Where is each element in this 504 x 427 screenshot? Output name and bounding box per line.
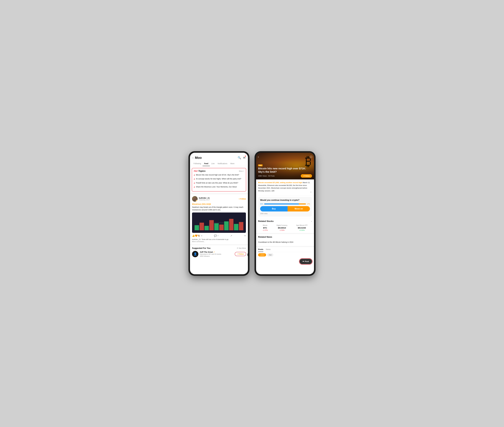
bar-5 (214, 223, 219, 230)
tab-posts[interactable]: Posts (258, 247, 263, 252)
topic-item-4[interactable]: # Share the Moomoo Love: Your Moments, O… (194, 186, 244, 189)
right-phone: ₿ ‹ ⬡ Vote Bitcoin hits new record high … (255, 151, 316, 276)
compose-button[interactable]: ✏ (248, 252, 248, 258)
stock-bk20010-ticker: BK20010 (277, 227, 287, 229)
filter-latest[interactable]: Latest (258, 253, 266, 257)
hash-icon-1: # (194, 174, 195, 177)
stock-bk21030[interactable]: Spot Bitcoin ETF BK21030 +3.93% (296, 224, 308, 231)
share-button[interactable]: ⬡ (310, 155, 312, 159)
stock-bk20010[interactable]: Digital Currency BK20010 -1.53% (277, 224, 287, 231)
poll-votes: 1630 votes (260, 213, 310, 214)
post-actions: 👍🧡🐮 9 💬 7 ↗ ••• (192, 234, 246, 237)
share-group[interactable]: ↗ (230, 234, 232, 237)
mail-notification-dot (245, 156, 246, 157)
topic-text-3: Powell hints at rate cuts this year: Wha… (196, 182, 238, 184)
likes-group[interactable]: 👍🧡🐮 9 (192, 234, 202, 237)
bar-2 (200, 223, 204, 230)
suggested-title: Suggested For You (192, 247, 211, 249)
more-icon: ••• (244, 235, 246, 237)
poll-section: Would you continue investing in crypto? … (258, 197, 312, 217)
poll-bar: 83% 17% (260, 203, 310, 205)
hero-follow-button[interactable]: + Follow (301, 174, 312, 178)
bar-8 (229, 219, 233, 230)
tab-live[interactable]: Live (210, 161, 216, 166)
hero-section: ₿ ‹ ⬡ Vote Bitcoin hits new record high … (256, 153, 314, 179)
stock-bk21030-label: Spot Bitcoin ETF (296, 224, 308, 226)
topic-text-1: Bitcoin hits new record high over $71K: … (196, 174, 239, 176)
related-news-section: Related News Countdown to the 4th Bitcoi… (256, 233, 314, 246)
like-icon: 👍🧡🐮 (192, 234, 200, 237)
suggested-user-info: Zeff The Great ✓ Interested in MY and US… (200, 251, 233, 257)
related-stocks-title: Related Stocks (258, 220, 274, 222)
suggested-section: Suggested For You ⟳ See More 👤 Zeff The … (190, 244, 248, 259)
suggested-username: Zeff The Great ✓ (200, 251, 233, 253)
bar-6 (219, 225, 224, 230)
bar-10 (239, 222, 243, 230)
hero-content: Vote Bitcoin hits new record high over $… (256, 162, 314, 179)
comment-icon: 💬 (214, 234, 217, 237)
post-body: Seatrium may break out of the triangle p… (192, 206, 246, 211)
hot-topics-header: Hot Topics More > (194, 170, 244, 172)
poll-buy-button[interactable]: Buy (260, 206, 288, 212)
hero-meta: 448K Views · 56 Posts + Follow (258, 174, 312, 178)
stock-bk21030-ticker: BK21030 (296, 227, 308, 229)
back-button[interactable]: ‹ (193, 156, 193, 159)
more-comments-link[interactable]: More comments... (192, 241, 246, 243)
topic-item-3[interactable]: # Powell hints at rate cuts this year: W… (194, 182, 244, 185)
news-item-1[interactable]: Countdown to the 4th Bitcoin halving in … (258, 240, 312, 244)
hash-icon-2: # (194, 178, 195, 181)
poll-pct-right: 17% (306, 203, 310, 205)
post-card: 🐂 ⭐ bullrider_21 Yesterday 18:27 + Follo… (190, 193, 248, 244)
see-more-button[interactable]: ⟳ See More (237, 247, 246, 249)
hero-title: Bitcoin hits new record high over $71K: … (258, 167, 312, 174)
chart-bars (195, 218, 243, 230)
article-summary: Bitcoin exceeded $71,000, setting anothe… (256, 179, 314, 195)
suggested-follow-button[interactable]: + Fellow (235, 252, 246, 256)
bar-1 (195, 225, 199, 230)
avatar[interactable]: 🐂 ⭐ (192, 196, 198, 202)
tab-notifications[interactable]: Notifications (216, 161, 229, 166)
suggested-header: Suggested For You ⟳ See More (192, 247, 246, 249)
left-header: ‹ Moo 🔍 ✉ (190, 153, 248, 161)
mail-icon[interactable]: ✉ (243, 156, 245, 160)
filter-tabs: Latest Hot (258, 253, 312, 257)
stock-btc-label: Bitcoin (263, 224, 268, 226)
topic-item-2[interactable]: # AI concept stocks hit new highs: When … (194, 178, 244, 181)
tab-feed[interactable]: Feed (203, 161, 210, 166)
right-phone-screen: ₿ ‹ ⬡ Vote Bitcoin hits new record high … (256, 153, 314, 274)
filter-hot[interactable]: Hot (267, 253, 273, 257)
suggested-avatar[interactable]: 👤 (192, 251, 198, 257)
poll-sell-button[interactable]: Move on (288, 206, 310, 212)
tab-news[interactable]: News (266, 247, 271, 252)
hot-topics-more[interactable]: More > (239, 170, 244, 172)
comment-preview: bullrider_21: Tesla still has a lot of d… (192, 238, 246, 240)
tab-more[interactable]: More (229, 161, 236, 166)
search-icon[interactable]: 🔍 (238, 156, 241, 160)
more-group[interactable]: ••• (244, 235, 246, 237)
poll-buttons: Buy Move on (260, 206, 310, 212)
chart-image: moomoo (192, 213, 246, 233)
related-stocks-arrow[interactable]: › (311, 220, 312, 223)
poll-bar-track (264, 204, 306, 205)
bar-3 (204, 226, 209, 230)
related-stocks-section: Related Stocks › Bitcoin BTC -1.37% Digi… (256, 218, 314, 233)
stock-btc[interactable]: Bitcoin BTC -1.37% (263, 224, 268, 231)
tab-following[interactable]: Following (192, 161, 203, 166)
post-ticker[interactable]: $Seatrium (S51.SG)$ (192, 203, 246, 205)
article-highlight: Bitcoin exceeded $71,000, setting anothe… (258, 182, 302, 183)
topic-item-1[interactable]: # Bitcoin hits new record high over $71K… (194, 174, 244, 177)
topic-text-4: Share the Moomoo Love: Your Moments, Our… (196, 186, 237, 188)
follow-button[interactable]: + Follow (239, 198, 246, 200)
header-left: ‹ Moo (193, 156, 202, 160)
hero-views: 448K Views · 56 Posts (258, 175, 275, 177)
user-meta: bullrider_21 Yesterday 18:27 (199, 197, 210, 201)
expand-icon[interactable]: ⌄ (310, 190, 312, 194)
stock-bk20010-change: -1.53% (277, 229, 287, 231)
left-phone-screen: ‹ Moo 🔍 ✉ Following Feed Live Notificati… (190, 153, 248, 274)
stock-btc-change: -1.37% (263, 229, 268, 231)
posts-tabs-section: Posts News Latest Hot ✏ Post (256, 246, 314, 265)
suggested-followers: 4856 followers (200, 255, 233, 257)
comments-group[interactable]: 💬 7 (214, 234, 218, 237)
back-button[interactable]: ‹ (258, 155, 259, 159)
post-button[interactable]: ✏ Post (300, 259, 312, 264)
